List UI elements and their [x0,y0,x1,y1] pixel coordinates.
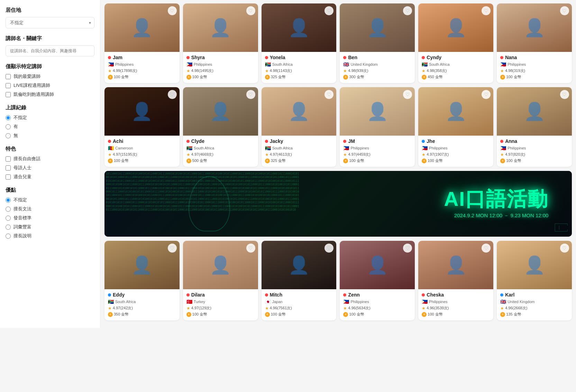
teacher-country: 🇵🇭Philippines [422,145,490,151]
teacher-card[interactable]: 👤♡Dilara🇹🇷Turkey★4.97(129次)¢100 金幣 [183,241,258,320]
teacher-name: Anna [505,138,517,144]
favorites-checkbox[interactable] [6,74,11,79]
teacher-card[interactable]: 👤♡Jacky🇿🇦South Africa★4.97(4613次)¢325 金幣 [262,87,337,167]
record-unspecified-item[interactable]: 不指定 [6,115,94,121]
native-checkbox[interactable] [6,165,11,171]
teacher-card[interactable]: 👤♡Zenn🇵🇭Philippines★4.96(5634次)¢100 金幣 [340,241,415,320]
teacher-name-row: Jam [108,55,176,60]
teacher-name-row: Zenn [343,292,411,298]
teacher-rating: ★4.99(17898次) [108,68,176,73]
record-unspecified-radio[interactable] [6,115,11,120]
star-icon: ★ [422,306,426,311]
rating-value: 4.97(4613次) [270,152,292,157]
teacher-name-row: Clyde [186,138,255,144]
rating-value: 4.98(1143次) [270,68,292,73]
teacher-coins: ¢325 金幣 [265,74,333,80]
country-flag: 🇵🇭 [422,145,428,151]
teacher-info: Yonela🇿🇦South Africa★4.98(1143次)¢325 金幣 [262,52,337,83]
teacher-card[interactable]: 👤♡Shyra🇵🇭Philippines★4.98(1495次)¢100 金幣 [183,3,258,83]
free-talk-checkbox[interactable] [6,156,11,162]
adv-pronunciation-item[interactable]: 發音標準 [6,215,94,221]
record-has-radio[interactable] [6,124,11,129]
coin-value: 100 金幣 [349,158,364,163]
teacher-coins: ¢100 金幣 [422,158,490,163]
teacher-card[interactable]: 👤♡Jam🇵🇭Philippines★4.99(17898次)¢100 金幣 [104,3,180,83]
adv-unspecified-item[interactable]: 不指定 [6,197,94,203]
teacher-card[interactable]: 👤♡Clyde🇿🇦South Africa★4.97(4669次)¢500 金幣 [183,87,258,167]
residence-label: 居住地 [6,7,94,13]
country-name: Turkey [194,300,205,304]
free-talk-checkbox-item[interactable]: 擅長自由會話 [6,156,94,162]
native-checkbox-item[interactable]: 母語人士 [6,165,94,171]
teacher-country: 🇵🇭Philippines [422,299,490,304]
teacher-card[interactable]: 👤♡Achi🇨🇲Cameroon★4.97(15195次)¢100 金幣 [104,87,180,167]
kirin-checkbox-item[interactable]: 凱倫吃到飽適用講師 [6,91,94,98]
adv-vocabulary-item[interactable]: 詞彙豐富 [6,224,94,230]
favorite-heart-button[interactable]: ♡ [482,90,491,99]
rating-value: 4.98(1495次) [191,68,213,73]
country-name: South Africa [272,62,293,66]
favorite-heart-button[interactable]: ♡ [168,244,177,253]
live-checkbox-item[interactable]: LIVE課程適用講師 [6,82,94,89]
teacher-card[interactable]: 👤♡Eddy🇿🇦South Africa★4.97(242次)¢350 金幣 [104,241,180,320]
favorites-label: 我的最愛講師 [13,73,40,80]
favorites-checkbox-item[interactable]: 我的最愛講師 [6,73,94,80]
teacher-card[interactable]: 👤♡Anna🇵🇭Philippines★4.97(820次)¢100 金幣 [497,87,572,167]
favorite-heart-button[interactable]: ♡ [246,90,255,99]
teacher-card[interactable]: 👤♡Ben🇬🇧United Kingdom★4.98(939次)¢300 金幣 [340,3,415,83]
children-checkbox-item[interactable]: 適合兒童 [6,174,94,180]
teacher-card[interactable]: 👤♡Nana🇵🇭Philippines★4.98(319次)¢100 金幣 [497,3,572,83]
country-flag: 🇵🇭 [343,299,349,304]
teacher-card[interactable]: 👤♡Jhe🇵🇭Philippines★4.97(1907次)¢100 金幣 [418,87,493,167]
favorite-heart-button[interactable]: ♡ [482,6,491,15]
teacher-card[interactable]: 👤♡JM🇵🇭Philippines★4.97(4459次)¢100 金幣 [340,87,415,167]
star-icon: ★ [343,306,347,311]
live-checkbox[interactable] [6,83,11,88]
teacher-card[interactable]: 👤♡Karl🇬🇧United Kingdom★4.96(2668次)¢135 金… [497,241,572,320]
teacher-card[interactable]: 👤♡Yonela🇿🇦South Africa★4.98(1143次)¢325 金… [262,3,337,83]
teacher-info: Cyndy🇿🇦South Africa★4.98(358次)¢450 金幣 [418,52,493,83]
keyword-input[interactable] [6,45,94,56]
kirin-checkbox[interactable] [6,92,11,97]
record-has-item[interactable]: 有 [6,124,94,130]
adv-vocabulary-radio[interactable] [6,225,11,230]
teacher-card[interactable]: 👤♡Mitch🇯🇵Japan★4.96(7561次)¢100 金幣 [262,241,337,320]
teacher-country: 🇿🇦South Africa [108,299,176,304]
adv-grammar-radio[interactable] [6,207,11,212]
record-none-radio[interactable] [6,133,11,138]
favorite-heart-button[interactable]: ♡ [482,244,491,253]
favorite-heart-button[interactable]: ♡ [246,6,255,15]
coin-value: 100 金幣 [271,312,286,317]
live-label: LIVE課程適用講師 [13,82,50,89]
teacher-card[interactable]: 👤♡Cyndy🇿🇦South Africa★4.98(358次)¢450 金幣 [418,3,493,83]
residence-select[interactable]: 不指定 [6,17,94,28]
ai-banner[interactable]: 1011000101110001010100101011000101110001… [104,171,572,237]
show-specific-label: 僅顯示特定講師 [6,63,94,70]
rating-value: 4.97(15195次) [113,152,137,157]
country-flag: 🇯🇵 [265,299,271,304]
coin-icon: ¢ [108,312,113,317]
country-flag: 🇬🇧 [343,62,349,67]
teacher-info: Achi🇨🇲Cameroon★4.97(15195次)¢100 金幣 [104,136,180,167]
favorite-heart-button[interactable]: ♡ [246,244,255,253]
adv-pronunciation-radio[interactable] [6,216,11,221]
teacher-name-row: Karl [500,292,568,298]
favorite-heart-button[interactable]: ♡ [168,6,177,15]
adv-explanation-item[interactable]: 擅長說明 [6,233,94,239]
favorite-heart-button[interactable]: ♡ [560,90,569,99]
teacher-card[interactable]: 👤♡Cheska🇵🇭Philippines★4.96(3539次)¢100 金幣 [418,241,493,320]
status-indicator [500,140,503,143]
circuit-decoration: ┌─────┐│ │└─────┘ [554,222,568,233]
favorite-heart-button[interactable]: ♡ [560,6,569,15]
favorite-heart-button[interactable]: ♡ [168,90,177,99]
children-checkbox[interactable] [6,174,11,180]
rating-value: 4.96(7561次) [270,306,292,311]
rating-value: 4.97(242次) [113,306,133,311]
adv-unspecified-radio[interactable] [6,198,11,203]
favorite-heart-button[interactable]: ♡ [560,244,569,253]
record-none-item[interactable]: 無 [6,133,94,139]
coin-value: 100 金幣 [192,74,207,80]
adv-grammar-item[interactable]: 擅長文法 [6,206,94,212]
adv-explanation-radio[interactable] [6,234,11,239]
adv-vocabulary-label: 詞彙豐富 [13,224,31,230]
